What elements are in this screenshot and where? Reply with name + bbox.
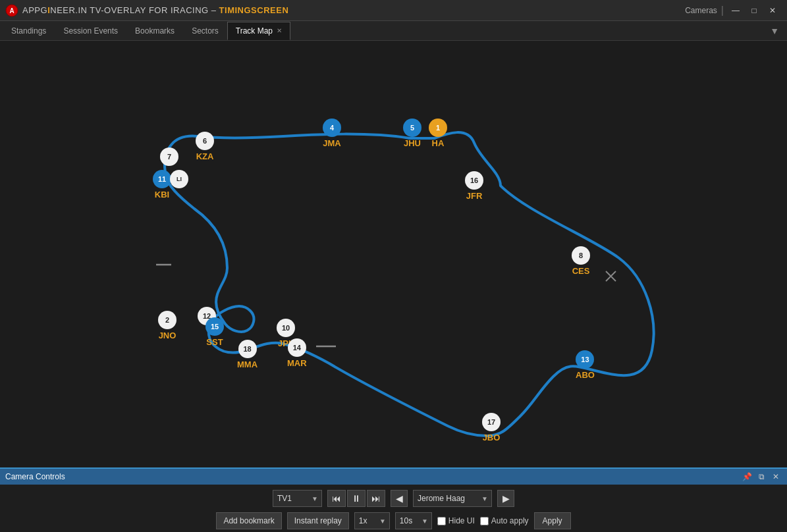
driver-abo[interactable]: 13 ABO <box>576 350 595 380</box>
driver-kbi[interactable]: 11 KBI <box>153 170 171 200</box>
auto-apply-label[interactable]: Auto apply <box>480 516 529 525</box>
camera-select-wrapper: TV1 TV2 TV3 Scenic Pit Lane Chase ▼ <box>273 490 322 507</box>
close-panel-button[interactable]: ✕ <box>770 471 782 483</box>
driver-number-jhu: 5 <box>403 119 421 137</box>
auto-apply-text: Auto apply <box>491 516 529 525</box>
title-separator: | <box>721 5 724 16</box>
driver-ces[interactable]: 8 CES <box>572 246 590 276</box>
driver-number-7: 7 <box>160 147 178 166</box>
driver-number-li: LI <box>170 170 188 188</box>
header-icons: 📌 ⧉ ✕ <box>741 471 782 483</box>
driver-label-ces: CES <box>572 266 590 276</box>
driver-number-ces: 8 <box>572 246 590 265</box>
driver-jno[interactable]: 2 JNO <box>158 311 176 340</box>
driver-jfr[interactable]: 16 JFR <box>465 171 483 201</box>
driver-number-jpl: 10 <box>277 319 295 337</box>
tab-close-icon[interactable]: ✕ <box>277 27 282 34</box>
driver-sst[interactable]: 15 SST <box>205 317 224 347</box>
title-bar: A APPGINEER.IN TV-OVERLAY FOR IRACING – … <box>0 0 787 21</box>
driver-label-jbo: JBO <box>483 433 501 442</box>
driver-number-kza: 6 <box>196 132 214 150</box>
driver-label-ha: HA <box>432 138 445 148</box>
driver-number-mar: 14 <box>288 338 306 357</box>
driver-label-jhu: JHU <box>404 138 421 148</box>
instant-replay-button[interactable]: Instant replay <box>287 512 349 529</box>
title-bar-left: A APPGINEER.IN TV-OVERLAY FOR IRACING – … <box>5 4 288 17</box>
driver-number-sst: 15 <box>205 317 224 336</box>
pin-icon-button[interactable]: 📌 <box>741 471 753 483</box>
driver-label-jno: JNO <box>159 331 176 340</box>
driver-7[interactable]: 7 <box>160 147 178 166</box>
driver-label-kbi: KBI <box>155 190 169 200</box>
hide-ui-label[interactable]: Hide UI <box>437 516 475 525</box>
tab-session-events[interactable]: Session Events <box>55 22 126 40</box>
driver-label-kza: KZA <box>196 151 214 161</box>
driver-number-mma: 18 <box>238 340 257 358</box>
track-svg <box>0 41 787 467</box>
driver-label-mar: MAR <box>287 358 307 368</box>
close-button[interactable]: ✕ <box>763 3 782 18</box>
apply-button[interactable]: Apply <box>534 512 571 529</box>
cameras-label: Cameras <box>685 6 717 15</box>
window-title: APPGINEER.IN TV-OVERLAY FOR IRACING – TI… <box>22 5 288 15</box>
driver-jma[interactable]: 4 JMA <box>323 119 341 148</box>
tab-track-map[interactable]: Track Map ✕ <box>227 22 290 40</box>
rewind-button[interactable]: ⏮ <box>327 490 346 507</box>
driver-ha[interactable]: 1 HA <box>429 119 447 148</box>
driver-number-kbi: 11 <box>153 170 171 188</box>
auto-apply-checkbox[interactable] <box>480 517 489 525</box>
camera-controls-header: Camera Controls 📌 ⧉ ✕ <box>0 469 787 485</box>
driver-number-abo: 13 <box>576 350 594 369</box>
player-controls: ⏮ ⏸ ⏭ <box>327 490 385 507</box>
driver-label-abo: ABO <box>576 370 595 380</box>
driver-label-sst: SST <box>206 337 223 347</box>
tab-bar: Standings Session Events Bookmarks Secto… <box>0 21 787 41</box>
driver-select-wrapper: Jerome Haag Driver 2 Driver 3 ▼ <box>413 490 492 507</box>
track-map-area: 1 HA 5 JHU 4 JMA 6 KZA 7 11 KBI LI 16 JF… <box>0 41 787 467</box>
next-driver-button[interactable]: ▶ <box>497 490 514 507</box>
duration-select-wrapper: 5s 10s 15s 30s 60s ▼ <box>395 512 432 529</box>
driver-label-jma: JMA <box>323 138 340 148</box>
driver-jbo[interactable]: 17 JBO <box>482 413 501 442</box>
camera-controls-panel: Camera Controls 📌 ⧉ ✕ TV1 TV2 TV3 Scenic… <box>0 467 787 532</box>
controls-row2: Add bookmark Instant replay 0.25x 0.5x 1… <box>216 512 570 529</box>
minimize-button[interactable]: — <box>726 3 745 18</box>
maximize-button[interactable]: □ <box>745 3 763 18</box>
speed-select-wrapper: 0.25x 0.5x 1x 2x 4x ▼ <box>354 512 390 529</box>
add-bookmark-button[interactable]: Add bookmark <box>216 512 281 529</box>
hide-ui-checkbox[interactable] <box>437 517 446 525</box>
driver-kza[interactable]: 6 KZA <box>196 132 214 161</box>
driver-li[interactable]: LI <box>170 170 188 188</box>
window-controls-area: Cameras | — □ ✕ <box>685 3 782 18</box>
controls-body: TV1 TV2 TV3 Scenic Pit Lane Chase ▼ ⏮ ⏸ … <box>0 485 787 532</box>
detach-icon-button[interactable]: ⧉ <box>755 471 767 483</box>
speed-select[interactable]: 0.25x 0.5x 1x 2x 4x <box>354 512 390 529</box>
pause-button[interactable]: ⏸ <box>347 490 366 507</box>
driver-number-jfr: 16 <box>465 171 483 190</box>
tab-bookmarks[interactable]: Bookmarks <box>126 22 183 40</box>
svg-text:A: A <box>9 7 14 14</box>
controls-row1: TV1 TV2 TV3 Scenic Pit Lane Chase ▼ ⏮ ⏸ … <box>273 490 514 507</box>
duration-select[interactable]: 5s 10s 15s 30s 60s <box>395 512 432 529</box>
driver-number-jno: 2 <box>158 311 176 329</box>
camera-controls-title: Camera Controls <box>5 472 741 481</box>
driver-number-jbo: 17 <box>482 413 501 431</box>
driver-mar[interactable]: 14 MAR <box>287 338 307 368</box>
prev-driver-button[interactable]: ◀ <box>391 490 408 507</box>
hide-ui-text: Hide UI <box>448 516 475 525</box>
driver-jhu[interactable]: 5 JHU <box>403 119 421 148</box>
app-logo-icon: A <box>5 4 18 17</box>
driver-label-jfr: JFR <box>466 191 483 201</box>
driver-number-jma: 4 <box>323 119 341 137</box>
driver-label-mma: MMA <box>237 359 258 369</box>
camera-select[interactable]: TV1 TV2 TV3 Scenic Pit Lane Chase <box>273 490 322 507</box>
tab-overflow-icon[interactable]: ▼ <box>765 26 784 36</box>
tab-standings[interactable]: Standings <box>3 22 55 40</box>
driver-select[interactable]: Jerome Haag Driver 2 Driver 3 <box>413 490 492 507</box>
driver-number-ha: 1 <box>429 119 447 137</box>
tab-sectors[interactable]: Sectors <box>183 22 227 40</box>
fast-forward-button[interactable]: ⏭ <box>367 490 385 507</box>
driver-mma[interactable]: 18 MMA <box>237 340 258 369</box>
